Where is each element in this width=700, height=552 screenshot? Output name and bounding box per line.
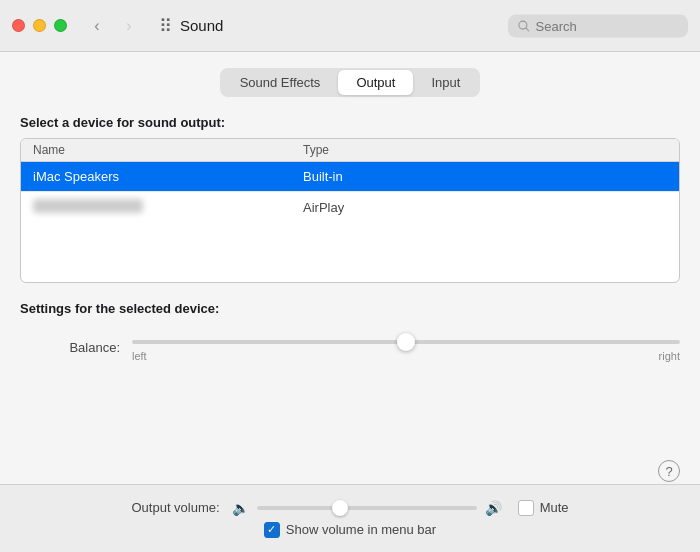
- balance-label: Balance:: [20, 340, 120, 355]
- tab-output[interactable]: Output: [338, 70, 413, 95]
- device-type: Built-in: [303, 169, 667, 184]
- mute-checkbox[interactable]: [518, 500, 534, 516]
- window-title: Sound: [180, 17, 223, 34]
- device-name: [33, 199, 303, 216]
- volume-track: [257, 506, 477, 510]
- mute-label: Mute: [540, 500, 569, 515]
- show-volume-checkbox[interactable]: ✓: [264, 522, 280, 538]
- minimize-button[interactable]: [33, 19, 46, 32]
- volume-low-icon: 🔈: [232, 500, 249, 516]
- volume-high-icon: 🔊: [485, 500, 502, 516]
- section-header: Select a device for sound output:: [20, 115, 680, 130]
- bottom-bar: Output volume: 🔈 🔊 Mute ✓ Show volume in…: [0, 484, 700, 552]
- device-table: Name Type iMac Speakers Built-in AirPlay: [20, 138, 680, 283]
- table-row[interactable]: AirPlay: [21, 192, 679, 223]
- help-button[interactable]: ?: [658, 460, 680, 482]
- grid-icon: ⠿: [159, 15, 172, 37]
- show-volume-row: ✓ Show volume in menu bar: [264, 522, 436, 538]
- titlebar: ‹ › ⠿ Sound: [0, 0, 700, 52]
- main-content: Sound Effects Output Input Select a devi…: [0, 52, 700, 552]
- balance-left-label: left: [132, 350, 147, 362]
- show-volume-label: Show volume in menu bar: [286, 522, 436, 537]
- table-row[interactable]: iMac Speakers Built-in: [21, 162, 679, 192]
- zoom-button[interactable]: [54, 19, 67, 32]
- close-button[interactable]: [12, 19, 25, 32]
- balance-slider-container: left right: [132, 332, 680, 362]
- col-type-header: Type: [303, 143, 667, 157]
- blurred-device-name: [33, 199, 143, 213]
- tabs-container: Sound Effects Output Input: [20, 68, 680, 97]
- device-name: iMac Speakers: [33, 169, 303, 184]
- table-body: iMac Speakers Built-in AirPlay: [21, 162, 679, 282]
- tab-input[interactable]: Input: [413, 70, 478, 95]
- volume-thumb[interactable]: [332, 500, 348, 516]
- tab-sound-effects[interactable]: Sound Effects: [222, 70, 339, 95]
- mute-checkbox-container: Mute: [518, 500, 569, 516]
- search-icon: [518, 19, 530, 32]
- balance-slider-labels: left right: [132, 350, 680, 362]
- tabs: Sound Effects Output Input: [220, 68, 481, 97]
- balance-right-label: right: [659, 350, 680, 362]
- forward-button[interactable]: ›: [115, 12, 143, 40]
- traffic-lights: [12, 19, 67, 32]
- balance-row: Balance: left right: [20, 332, 680, 362]
- volume-row: Output volume: 🔈 🔊 Mute: [131, 500, 568, 516]
- settings-header: Settings for the selected device:: [20, 301, 680, 316]
- search-box[interactable]: [508, 14, 688, 37]
- svg-line-1: [526, 28, 529, 31]
- volume-slider[interactable]: [257, 506, 477, 510]
- balance-slider-track[interactable]: [132, 340, 680, 344]
- balance-slider-thumb[interactable]: [397, 333, 415, 351]
- back-button[interactable]: ‹: [83, 12, 111, 40]
- search-input[interactable]: [536, 18, 678, 33]
- table-header: Name Type: [21, 139, 679, 162]
- col-name-header: Name: [33, 143, 303, 157]
- nav-buttons: ‹ ›: [83, 12, 143, 40]
- output-volume-label: Output volume:: [131, 500, 219, 515]
- device-type: AirPlay: [303, 200, 667, 215]
